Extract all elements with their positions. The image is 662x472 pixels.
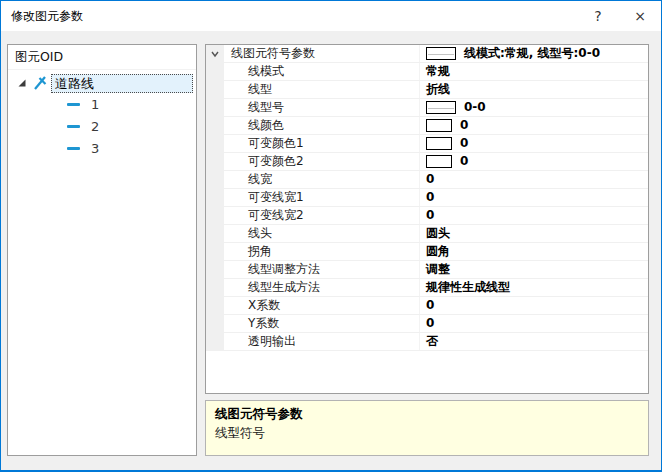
row-gutter: [206, 333, 224, 350]
value-text: 0: [426, 315, 434, 332]
row-gutter: [206, 297, 224, 314]
row-gutter: [206, 117, 224, 134]
property-value[interactable]: 0: [420, 207, 648, 224]
property-value[interactable]: 否: [420, 333, 648, 350]
oid-tree-panel: 图元OID 道路线 1 2 3: [7, 44, 197, 456]
tree-item-label[interactable]: 1: [91, 97, 99, 112]
property-label: 可变线宽2: [224, 207, 420, 224]
property-label: 线型号: [224, 99, 420, 116]
property-value[interactable]: 0: [420, 315, 648, 332]
line-edit-icon: [32, 75, 49, 92]
row-gutter: [206, 315, 224, 332]
grid-row-var-width-2[interactable]: 可变线宽2 0: [206, 207, 648, 225]
description-title: 线图元符号参数: [215, 406, 639, 423]
value-text: 0: [460, 117, 468, 134]
row-gutter: [206, 243, 224, 260]
property-value[interactable]: 常规: [420, 63, 648, 80]
property-label: 透明输出: [224, 333, 420, 350]
line-preview-swatch[interactable]: [426, 101, 456, 114]
property-value[interactable]: 调整: [420, 261, 648, 278]
grid-row-line-color[interactable]: 线颜色 0: [206, 117, 648, 135]
property-value[interactable]: 规律性生成线型: [420, 279, 648, 296]
expand-arrow-icon[interactable]: [17, 78, 27, 88]
tree-item-3[interactable]: 3: [8, 137, 196, 159]
property-label: 拐角: [224, 243, 420, 260]
group-header-value-text: 线模式:常规, 线型号:0-0: [464, 45, 600, 62]
value-text: 圆头: [426, 225, 450, 242]
group-header-label: 线图元符号参数: [224, 45, 420, 62]
value-text: 圆角: [426, 243, 450, 260]
property-value[interactable]: 圆头: [420, 225, 648, 242]
property-label: 线型生成方法: [224, 279, 420, 296]
value-text: 0: [460, 135, 468, 152]
titlebar-buttons: ? ×: [577, 1, 661, 31]
grid-row-var-color-1[interactable]: 可变颜色1 0: [206, 135, 648, 153]
grid-row-line-cap[interactable]: 线头 圆头: [206, 225, 648, 243]
tree-column-header: 图元OID: [8, 45, 196, 70]
color-swatch[interactable]: [426, 137, 452, 150]
value-text: 常规: [426, 63, 450, 80]
property-label: 线头: [224, 225, 420, 242]
grid-row-line-type-no[interactable]: 线型号 0-0: [206, 99, 648, 117]
grid-row-x-factor[interactable]: X系数 0: [206, 297, 648, 315]
property-grid: 线图元符号参数 线模式:常规, 线型号:0-0 线模式 常规 线型 折线 线型号…: [205, 44, 649, 394]
window-title: 修改图元参数: [1, 8, 83, 25]
property-value[interactable]: 0: [420, 297, 648, 314]
row-gutter: [206, 189, 224, 206]
tree-item-label[interactable]: 道路线: [51, 74, 193, 93]
tree-item-label[interactable]: 2: [91, 119, 99, 134]
chevron-down-icon[interactable]: [210, 49, 220, 59]
grid-row-y-factor[interactable]: Y系数 0: [206, 315, 648, 333]
help-button[interactable]: ?: [577, 1, 619, 31]
line-segment-icon: [67, 125, 80, 128]
grid-row-line-mode[interactable]: 线模式 常规: [206, 63, 648, 81]
title-bar[interactable]: 修改图元参数 ? ×: [1, 1, 661, 31]
value-text: 0: [460, 153, 468, 170]
property-value[interactable]: 0: [420, 117, 648, 134]
tree-item-2[interactable]: 2: [8, 115, 196, 137]
tree-item-road-line[interactable]: 道路线: [8, 73, 196, 93]
property-label: 线宽: [224, 171, 420, 188]
property-value[interactable]: 0: [420, 153, 648, 170]
row-gutter: [206, 171, 224, 188]
grid-row-transparent-output[interactable]: 透明输出 否: [206, 333, 648, 351]
line-segment-icon: [67, 147, 80, 150]
row-gutter: [206, 261, 224, 278]
grid-row-line-width[interactable]: 线宽 0: [206, 171, 648, 189]
tree-item-1[interactable]: 1: [8, 93, 196, 115]
close-button[interactable]: ×: [619, 1, 661, 31]
color-swatch[interactable]: [426, 119, 452, 132]
grid-row-adjust-method[interactable]: 线型调整方法 调整: [206, 261, 648, 279]
tree-item-label[interactable]: 3: [91, 141, 99, 156]
value-text: 调整: [426, 261, 450, 278]
property-value[interactable]: 0: [420, 189, 648, 206]
property-value[interactable]: 圆角: [420, 243, 648, 260]
row-gutter: [206, 99, 224, 116]
grid-row-line-type[interactable]: 线型 折线: [206, 81, 648, 99]
property-label: 可变线宽1: [224, 189, 420, 206]
color-swatch[interactable]: [426, 155, 452, 168]
grid-row-corner[interactable]: 拐角 圆角: [206, 243, 648, 261]
property-value[interactable]: 0: [420, 135, 648, 152]
line-segment-icon: [67, 103, 80, 106]
grid-row-var-color-2[interactable]: 可变颜色2 0: [206, 153, 648, 171]
property-label: 线型调整方法: [224, 261, 420, 278]
grid-row-generate-method[interactable]: 线型生成方法 规律性生成线型: [206, 279, 648, 297]
property-value[interactable]: 0: [420, 171, 648, 188]
row-gutter: [206, 63, 224, 80]
property-value[interactable]: 0-0: [420, 99, 648, 116]
value-text: 折线: [426, 81, 450, 98]
collapse-gutter[interactable]: [206, 45, 224, 62]
line-preview-swatch[interactable]: [426, 47, 456, 60]
grid-row-var-width-1[interactable]: 可变线宽1 0: [206, 189, 648, 207]
group-header-value: 线模式:常规, 线型号:0-0: [420, 45, 648, 62]
row-gutter: [206, 225, 224, 242]
row-gutter: [206, 153, 224, 170]
value-text: 0-0: [464, 99, 486, 116]
description-text: 线型符号: [215, 425, 639, 442]
property-label: 可变颜色2: [224, 153, 420, 170]
grid-group-header[interactable]: 线图元符号参数 线模式:常规, 线型号:0-0: [206, 45, 648, 63]
value-text: 0: [426, 189, 434, 206]
property-value[interactable]: 折线: [420, 81, 648, 98]
dialog-window: 修改图元参数 ? × 图元OID 道路线 1 2 3: [0, 0, 662, 472]
